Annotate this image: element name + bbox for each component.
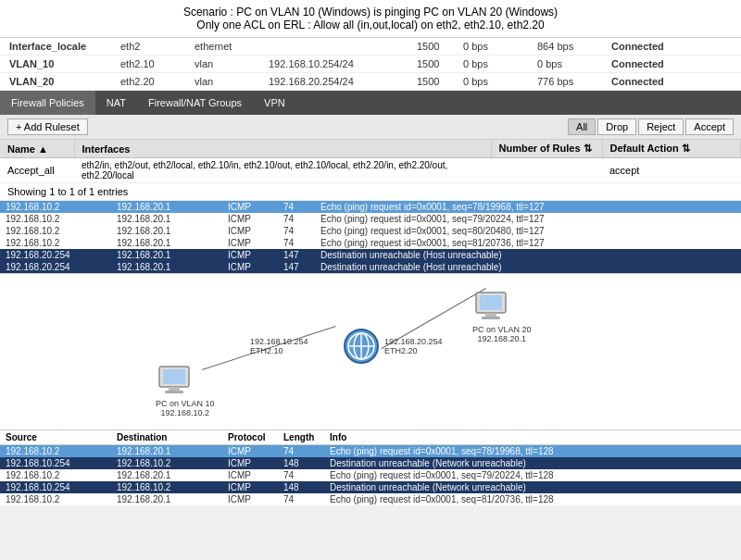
svg-rect-11 bbox=[169, 387, 180, 391]
lpkt-proto: ICMP bbox=[222, 445, 278, 458]
iface-in: 0 bps bbox=[454, 73, 528, 91]
pkt-dst: 192.168.20.1 bbox=[111, 201, 222, 213]
lpkt-dst: 192.168.10.2 bbox=[111, 481, 222, 493]
rule-action: accept bbox=[602, 158, 741, 183]
pkt-dst: 192.168.20.1 bbox=[111, 237, 222, 249]
filter-reject-button[interactable]: Reject bbox=[638, 118, 684, 135]
filter-group: All Drop Reject Accept bbox=[568, 118, 734, 135]
lpkt-src: 192.168.10.254 bbox=[0, 457, 111, 469]
pkt-info: Echo (ping) request id=0x0001, seq=80/20… bbox=[315, 225, 741, 237]
iface-mtu: 1500 bbox=[408, 73, 454, 91]
interface-row: VLAN_20 eth2.20 vlan 192.168.20.254/24 1… bbox=[0, 73, 741, 91]
lpkt-dst: 192.168.20.1 bbox=[111, 493, 222, 505]
pkt-proto: ICMP bbox=[222, 213, 278, 225]
iface-iface: eth2 bbox=[111, 38, 185, 56]
rules-table: Name ▲ Interfaces Number of Rules ⇅ Defa… bbox=[0, 140, 741, 183]
pc-vlan10: PC on VLAN 10 192.168.10.2 bbox=[156, 365, 215, 417]
lower-packet-row: 192.168.10.2 192.168.20.1 ICMP 74 Echo (… bbox=[0, 493, 741, 505]
pkt-src: 192.168.10.2 bbox=[0, 237, 111, 249]
pkt-dst: 192.168.20.1 bbox=[111, 249, 222, 261]
lower-packet-table: Source Destination Protocol Length Info … bbox=[0, 430, 741, 505]
iface-out: 0 bps bbox=[528, 56, 602, 73]
svg-rect-6 bbox=[480, 295, 502, 310]
iface-in: 0 bps bbox=[454, 38, 528, 56]
pkt-proto: ICMP bbox=[222, 201, 278, 213]
iface-status: Connected bbox=[602, 73, 741, 91]
lpkt-len: 74 bbox=[278, 469, 324, 481]
pkt-proto: ICMP bbox=[222, 225, 278, 237]
lpkt-len: 74 bbox=[278, 445, 324, 458]
lower-packet-row: 192.168.10.254 192.168.10.2 ICMP 148 Des… bbox=[0, 481, 741, 493]
iface-out: 776 bps bbox=[528, 73, 602, 91]
interface-row: Interface_locale eth2 ethernet 1500 0 bp… bbox=[0, 38, 741, 56]
svg-rect-10 bbox=[163, 369, 185, 384]
pkt-len: 147 bbox=[278, 249, 315, 261]
rule-interfaces: eth2/in, eth2/out, eth2/local, eth2.10/i… bbox=[74, 158, 491, 183]
filter-accept-button[interactable]: Accept bbox=[685, 118, 734, 135]
upper-packet-table: 192.168.10.2 192.168.20.1 ICMP 74 Echo (… bbox=[0, 201, 741, 273]
pkt-src: 192.168.20.254 bbox=[0, 261, 111, 273]
interface-row: VLAN_10 eth2.10 vlan 192.168.10.254/24 1… bbox=[0, 56, 741, 73]
network-diagram: 192.168.10.254 ETH2.10 192.168.20.254 ET… bbox=[0, 273, 741, 430]
upper-packet-row: 192.168.20.254 192.168.20.1 ICMP 147 Des… bbox=[0, 261, 741, 273]
iface-mtu: 1500 bbox=[408, 38, 454, 56]
iface-type: ethernet bbox=[185, 38, 259, 56]
iface-out: 864 bps bbox=[528, 38, 602, 56]
toolbar: + Add Ruleset All Drop Reject Accept bbox=[0, 115, 741, 140]
lpkt-proto: ICMP bbox=[222, 457, 278, 469]
lpkt-info: Echo (ping) request id=0x0001, seq=78/19… bbox=[324, 445, 741, 458]
showing-text: Showing 1 to 1 of 1 entries bbox=[0, 183, 741, 201]
lower-col-proto: Protocol bbox=[222, 430, 278, 445]
iface-ip: 192.168.20.254/24 bbox=[259, 73, 408, 91]
pkt-proto: ICMP bbox=[222, 237, 278, 249]
upper-packet-row: 192.168.10.2 192.168.20.1 ICMP 74 Echo (… bbox=[0, 237, 741, 249]
lpkt-info: Destination unreachable (Network unreach… bbox=[324, 481, 741, 493]
lpkt-len: 148 bbox=[278, 457, 324, 469]
lpkt-info: Destination unreachable (Network unreach… bbox=[324, 457, 741, 469]
col-name: Name ▲ bbox=[0, 140, 74, 158]
tab-nat[interactable]: NAT bbox=[95, 91, 137, 115]
upper-packet-row: 192.168.20.254 192.168.20.1 ICMP 147 Des… bbox=[0, 249, 741, 261]
iface-type: vlan bbox=[185, 56, 259, 73]
add-ruleset-button[interactable]: + Add Ruleset bbox=[7, 118, 88, 135]
lower-packet-row: 192.168.10.2 192.168.20.1 ICMP 74 Echo (… bbox=[0, 445, 741, 458]
tab-firewall-nat-groups[interactable]: Firewall/NAT Groups bbox=[137, 91, 253, 115]
filter-all-button[interactable]: All bbox=[568, 118, 596, 135]
upper-packet-row: 192.168.10.2 192.168.20.1 ICMP 74 Echo (… bbox=[0, 213, 741, 225]
lpkt-len: 148 bbox=[278, 481, 324, 493]
pkt-len: 74 bbox=[278, 225, 315, 237]
pkt-dst: 192.168.20.1 bbox=[111, 261, 222, 273]
iface-name: Interface_locale bbox=[0, 38, 111, 56]
pkt-dst: 192.168.20.1 bbox=[111, 225, 222, 237]
col-default-action: Default Action ⇅ bbox=[602, 140, 741, 158]
lpkt-len: 74 bbox=[278, 493, 324, 505]
tab-firewall-policies[interactable]: Firewall Policies bbox=[0, 91, 95, 115]
pc-vlan10-label: PC on VLAN 10 192.168.10.2 bbox=[156, 399, 215, 417]
lpkt-src: 192.168.10.2 bbox=[0, 493, 111, 505]
filter-drop-button[interactable]: Drop bbox=[597, 118, 636, 135]
lpkt-proto: ICMP bbox=[222, 469, 278, 481]
lower-packet-row: 192.168.10.254 192.168.10.2 ICMP 148 Des… bbox=[0, 457, 741, 469]
iface-type: vlan bbox=[185, 73, 259, 91]
rule-name: Accept_all bbox=[0, 158, 74, 183]
lpkt-src: 192.168.10.2 bbox=[0, 469, 111, 481]
pkt-src: 192.168.20.254 bbox=[0, 249, 111, 261]
lpkt-src: 192.168.10.2 bbox=[0, 445, 111, 458]
lpkt-info: Echo (ping) request id=0x0001, seq=81/20… bbox=[324, 493, 741, 505]
pkt-info: Echo (ping) request id=0x0001, seq=81/20… bbox=[315, 237, 741, 249]
col-interfaces: Interfaces bbox=[74, 140, 491, 158]
iface-name: VLAN_10 bbox=[0, 56, 111, 73]
upper-packet-row: 192.168.10.2 192.168.20.1 ICMP 74 Echo (… bbox=[0, 201, 741, 213]
pkt-len: 74 bbox=[278, 201, 315, 213]
pkt-proto: ICMP bbox=[222, 261, 278, 273]
pkt-len: 74 bbox=[278, 237, 315, 249]
lower-packet-row: 192.168.10.2 192.168.20.1 ICMP 74 Echo (… bbox=[0, 469, 741, 481]
iface-in: 0 bps bbox=[454, 56, 528, 73]
tab-vpn[interactable]: VPN bbox=[253, 91, 296, 115]
lpkt-proto: ICMP bbox=[222, 493, 278, 505]
lower-col-len: Length bbox=[278, 430, 324, 445]
pkt-info: Echo (ping) request id=0x0001, seq=79/20… bbox=[315, 213, 741, 225]
iface-status: Connected bbox=[602, 56, 741, 73]
iface-iface: eth2.10 bbox=[111, 56, 185, 73]
svg-rect-12 bbox=[165, 391, 183, 393]
